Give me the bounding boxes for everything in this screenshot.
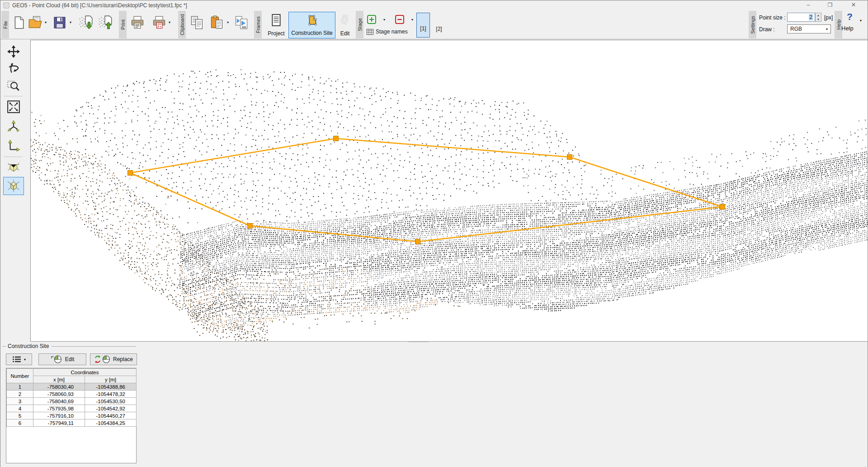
help-dropdown[interactable]: ▾ [860, 19, 862, 23]
draw-label: Draw : [759, 26, 775, 33]
row-number-cell[interactable]: 6 [7, 419, 33, 427]
print-special-button[interactable] [151, 14, 167, 31]
replace-mouse-icon [94, 355, 110, 363]
rotate-icon [7, 62, 20, 76]
tools-divider [4, 157, 23, 157]
coordinate-cell[interactable]: -758060,93 [33, 391, 85, 398]
axonometry-view-tool-button[interactable] [3, 177, 24, 195]
rotate-tool-button[interactable] [3, 61, 24, 77]
print-special-dropdown[interactable]: ▾ [167, 20, 172, 24]
spin-down-icon[interactable]: ▼ [817, 18, 820, 21]
restore-button[interactable]: ❐ [822, 0, 838, 10]
row-number-cell[interactable]: 1 [7, 383, 33, 391]
perspective-view-icon [7, 160, 20, 174]
axes-2d-icon [7, 139, 20, 152]
help-button[interactable]: Help [841, 25, 854, 32]
paste-icon [210, 15, 224, 30]
pan-tool-button[interactable] [3, 43, 24, 60]
add-stage-button[interactable] [367, 14, 377, 24]
new-file-button[interactable] [11, 14, 27, 31]
stage-names-label: Stage names [376, 29, 408, 35]
print-button[interactable] [130, 14, 145, 31]
construction-site-label: Construction Site [291, 30, 332, 36]
coordinate-cell[interactable]: -1054542,92 [85, 405, 137, 412]
table-row[interactable]: 4-757935,98-1054542,92 [7, 405, 137, 412]
project-label: Project [268, 30, 284, 37]
chevron-down-icon: ▾ [826, 27, 828, 31]
add-stage-dropdown[interactable]: ▾ [382, 18, 387, 22]
export-pointcloud-icon [97, 15, 113, 30]
copy-icon [190, 15, 204, 30]
open-file-dropdown[interactable]: ▾ [43, 20, 48, 24]
remove-stage-button[interactable] [395, 14, 405, 24]
table-row[interactable]: 3-758040,69-1054530,50 [7, 398, 137, 405]
new-file-icon [12, 15, 26, 30]
app-window: GEO5 - Point Cloud (64 bit) [C:\Users\tu… [0, 0, 868, 467]
coordinate-cell[interactable]: -758030,40 [33, 383, 85, 391]
plus-icon [367, 14, 377, 24]
list-menu-button[interactable]: ▾ [6, 353, 32, 365]
draw-select[interactable]: RGB ▾ [787, 24, 831, 33]
save-file-button[interactable] [52, 14, 67, 31]
frame-line [52, 346, 136, 347]
zoom-window-icon [7, 79, 20, 93]
coordinate-cell[interactable]: -757916,10 [33, 412, 85, 419]
perspective-view-tool-button[interactable] [3, 159, 24, 175]
remove-stage-dropdown[interactable]: ▾ [410, 18, 415, 22]
coordinate-cell[interactable]: -1054450,27 [85, 412, 137, 419]
table-row[interactable]: 1-758030,40-1054388,86 [7, 383, 137, 391]
replace-polygon-button[interactable]: Replace [90, 353, 137, 365]
axes-3d-tool-button[interactable] [3, 119, 24, 135]
save-file-dropdown[interactable]: ▾ [68, 20, 73, 24]
zoom-window-tool-button[interactable] [3, 78, 24, 94]
import-pointcloud-button[interactable] [78, 14, 93, 31]
stage-tab-2[interactable]: [2] [433, 13, 445, 38]
save-file-icon [53, 15, 66, 30]
close-button[interactable]: ✕ [846, 0, 861, 10]
column-header-coordinates: Coordinates [33, 369, 137, 376]
edit-polygon-button[interactable]: Edit [38, 353, 86, 365]
pan-icon [7, 45, 20, 58]
help-question-icon[interactable]: ? [847, 11, 853, 22]
row-number-cell[interactable]: 3 [7, 398, 33, 405]
viewport-canvas[interactable] [31, 40, 868, 341]
project-icon [271, 14, 282, 27]
table-row[interactable]: 5-757916,10-1054450,27 [7, 412, 137, 419]
replace-polygon-label: Replace [113, 356, 133, 362]
chevron-down-icon: ▾ [24, 357, 26, 362]
frame-project-button[interactable]: Project [265, 12, 288, 38]
export-pointcloud-button[interactable] [97, 14, 113, 31]
coordinate-cell[interactable]: -1054530,50 [85, 398, 137, 405]
window-title: GEO5 - Point Cloud (64 bit) [C:\Users\tu… [12, 2, 187, 9]
coordinate-cell[interactable]: -1054478,32 [85, 391, 137, 398]
coordinate-cell[interactable]: -1054384,25 [85, 419, 137, 427]
fit-to-screen-tool-button[interactable] [3, 99, 24, 115]
frame-edit-button[interactable]: Edit [337, 12, 353, 38]
open-file-button[interactable] [28, 14, 43, 31]
axes-2d-tool-button[interactable] [3, 138, 24, 154]
coordinate-cell[interactable]: -758040,69 [33, 398, 85, 405]
spin-up-icon[interactable]: ▲ [817, 14, 820, 17]
minimize-button[interactable]: – [801, 0, 816, 10]
printer-icon [130, 15, 145, 30]
copy-button[interactable] [189, 14, 205, 31]
insert-picture-button[interactable] [234, 14, 249, 31]
stage-names-button[interactable]: Stage names [367, 29, 408, 35]
fit-to-screen-icon [7, 100, 20, 114]
titlebar: GEO5 - Point Cloud (64 bit) [C:\Users\tu… [0, 0, 868, 10]
table-row[interactable]: 2-758060,93-1054478,32 [7, 391, 137, 398]
row-number-cell[interactable]: 4 [7, 405, 33, 412]
point-size-input[interactable]: 2 [787, 13, 815, 22]
coordinate-cell[interactable]: -1054388,86 [85, 383, 137, 391]
row-number-cell[interactable]: 2 [7, 391, 33, 398]
stage-tab-1[interactable]: [1] [416, 13, 430, 38]
row-number-cell[interactable]: 5 [7, 412, 33, 419]
coordinate-cell[interactable]: -757949,11 [33, 419, 85, 427]
table-row[interactable]: 6-757949,11-1054384,25 [7, 419, 137, 427]
paste-dropdown[interactable]: ▾ [225, 20, 231, 24]
frame-construction-site-button[interactable]: Construction Site [288, 12, 335, 38]
paste-button[interactable] [209, 14, 225, 31]
coordinates-table-body: 1-758030,40-1054388,862-758060,93-105447… [7, 383, 137, 427]
coordinate-cell[interactable]: -757935,98 [33, 405, 85, 412]
point-size-spinner[interactable]: ▲ ▼ [815, 13, 821, 22]
